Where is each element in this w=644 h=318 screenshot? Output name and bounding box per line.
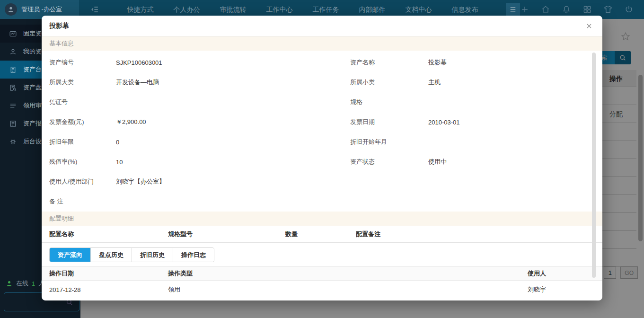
home-icon[interactable] — [541, 5, 550, 14]
field-row: 发票金额(元)￥2,900.00 发票日期2010-03-01 — [42, 112, 602, 132]
history-table-header: 操作日期 操作类型 使用人 — [42, 266, 602, 281]
field-label: 规格 — [350, 98, 428, 106]
sidebar-item-label: 后台设 — [23, 137, 42, 146]
tab-operation-log[interactable]: 操作日志 — [173, 248, 214, 262]
apps-icon[interactable] — [582, 5, 592, 14]
field-row: 使用人/使用部门刘晓宇【办公室】 — [42, 172, 602, 192]
column-config-remark: 配置备注 — [356, 230, 602, 238]
field-label: 凭证号 — [49, 98, 116, 106]
field-value: 0 — [116, 139, 119, 146]
section-basic-info: 基本信息 — [42, 36, 602, 51]
field-row: 备 注 — [42, 192, 602, 212]
avatar — [5, 3, 17, 16]
field-label: 折旧年限 — [49, 138, 116, 146]
field-label: 资产名称 — [350, 58, 428, 67]
sidebar-item-label: 我的资 — [23, 47, 42, 56]
sidebar-item-label: 领用审 — [23, 101, 42, 110]
column-operation-date: 操作日期 — [49, 269, 168, 278]
field-value: SJKP100603001 — [116, 59, 162, 66]
plus-icon[interactable] — [520, 5, 529, 14]
user-name: 管理员 -办公室 — [21, 5, 62, 14]
field-value: 投影幕 — [428, 58, 447, 67]
column-spec-model: 规格型号 — [168, 230, 285, 238]
basic-info-fields: 资产编号SJKP100603001 资产名称投影幕 所属大类开发设备—电脑 所属… — [42, 51, 602, 212]
field-label: 发票日期 — [350, 118, 428, 126]
tab-depreciation-history[interactable]: 折旧历史 — [132, 248, 173, 262]
field-label: 资产编号 — [49, 58, 116, 67]
field-value: ￥2,900.00 — [116, 118, 146, 126]
person-icon — [9, 48, 17, 56]
online-user-icon — [6, 280, 13, 287]
column-operation-type: 操作类型 — [168, 269, 528, 278]
field-value: 开发设备—电脑 — [116, 78, 159, 87]
history-date: 2017-12-28 — [49, 286, 168, 293]
collapse-menu-icon[interactable] — [90, 5, 100, 14]
online-status: 在线 1 人 — [6, 279, 44, 288]
config-table-header: 配置名称 规格型号 数量 配置备注 — [42, 226, 602, 243]
field-label: 发票金额(元) — [49, 118, 116, 126]
modal-header: 投影幕 — [42, 16, 602, 36]
shirt-icon[interactable] — [603, 5, 613, 14]
field-row: 折旧年限0 折旧开始年月 — [42, 132, 602, 152]
field-row: 资产编号SJKP100603001 资产名称投影幕 — [42, 53, 602, 72]
field-label: 所属小类 — [350, 78, 428, 87]
history-table-row: 2017-12-28 领用 刘晓宇 — [42, 281, 602, 299]
field-label: 备 注 — [49, 197, 116, 206]
field-label: 所属大类 — [49, 78, 116, 87]
detail-tabs: 资产流向 盘点历史 折旧历史 操作日志 — [49, 247, 214, 262]
doc-search-icon — [9, 84, 17, 92]
field-value: 10 — [116, 159, 123, 166]
tab-inventory-history[interactable]: 盘点历史 — [91, 248, 132, 262]
field-label: 折旧开始年月 — [350, 138, 428, 146]
modal-scrollbar[interactable] — [592, 53, 596, 278]
section-config-detail: 配置明细 — [42, 212, 602, 226]
modal-title: 投影幕 — [49, 22, 69, 30]
field-value: 使用中 — [428, 158, 447, 166]
history-user: 刘晓宇 — [528, 285, 602, 294]
section-basic-label: 基本信息 — [49, 39, 74, 48]
gear-icon — [9, 138, 17, 146]
field-label: 资产状态 — [350, 158, 428, 166]
report-icon — [9, 120, 17, 128]
chart-icon — [9, 30, 17, 38]
power-icon[interactable] — [624, 5, 634, 14]
sidebar-item-label: 固定资 — [23, 29, 42, 38]
history-type: 领用 — [168, 285, 528, 294]
ledger-icon — [9, 66, 17, 74]
field-row: 残值率(%)10 资产状态使用中 — [42, 152, 602, 172]
sidebar-item-label: 资产台 — [23, 65, 42, 74]
field-value: 刘晓宇【办公室】 — [116, 177, 165, 186]
bell-icon[interactable] — [562, 5, 571, 14]
field-row: 所属大类开发设备—电脑 所属小类主机 — [42, 72, 602, 92]
column-quantity: 数量 — [285, 230, 356, 238]
field-label: 使用人/使用部门 — [49, 177, 116, 186]
section-config-label: 配置明细 — [49, 214, 74, 223]
online-count: 1 — [32, 280, 35, 287]
topbar-icons — [520, 5, 634, 14]
hamburger-menu-icon[interactable] — [506, 3, 520, 16]
field-value: 主机 — [428, 78, 441, 87]
sidebar-item-label: 资产盘 — [23, 83, 42, 92]
column-config-name: 配置名称 — [49, 230, 168, 238]
asset-detail-modal: 投影幕 基本信息 资产编号SJKP100603001 资产名称投影幕 所属大类开… — [42, 16, 602, 300]
tab-asset-flow[interactable]: 资产流向 — [50, 248, 91, 262]
field-label: 残值率(%) — [49, 158, 116, 166]
column-user: 使用人 — [528, 269, 602, 278]
sidebar-item-label: 资产报 — [23, 119, 42, 128]
layers-icon — [9, 102, 17, 110]
online-label: 在线 — [16, 279, 28, 288]
field-row: 凭证号 规格 — [42, 92, 602, 112]
close-icon[interactable] — [583, 20, 595, 32]
field-value: 2010-03-01 — [428, 119, 460, 126]
